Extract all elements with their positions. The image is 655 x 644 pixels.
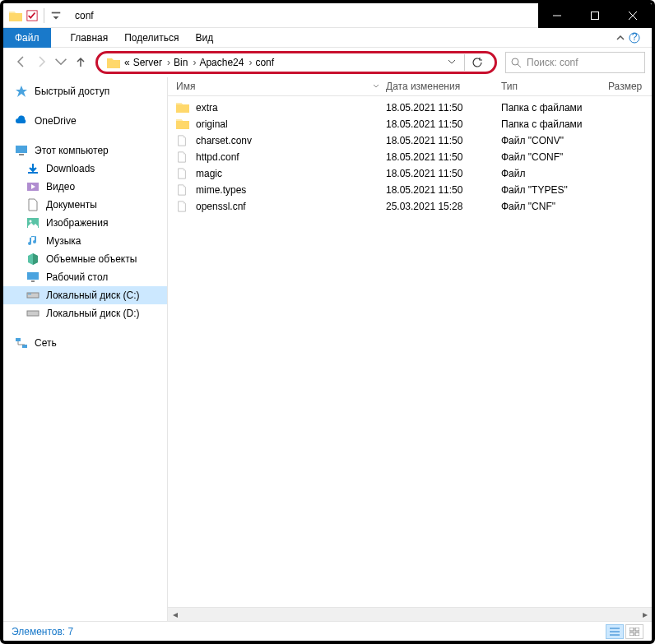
view-switcher: [606, 624, 643, 639]
statusbar: Элементов: 7: [3, 621, 652, 641]
computer-icon: [15, 144, 28, 157]
file-list[interactable]: extra18.05.2021 11:50Папка с файламиorig…: [168, 96, 652, 607]
svg-point-5: [512, 58, 518, 65]
sidebar-item-music[interactable]: Музыка: [3, 232, 167, 250]
up-button[interactable]: [74, 55, 87, 71]
ribbon-tabs: Файл Главная Поделиться Вид ?: [3, 28, 652, 48]
breadcrumb-item[interactable]: Apache24›: [199, 57, 252, 68]
checkbox-icon[interactable]: [25, 8, 39, 23]
file-row[interactable]: extra18.05.2021 11:50Папка с файлами: [176, 100, 643, 116]
maximize-button[interactable]: [576, 3, 614, 28]
refresh-button[interactable]: [464, 54, 490, 71]
file-row[interactable]: mime.types18.05.2021 11:50Файл "TYPES": [176, 182, 643, 198]
tab-view[interactable]: Вид: [195, 32, 213, 44]
sidebar-quick-access[interactable]: Быстрый доступ: [3, 82, 167, 100]
ribbon-toggle[interactable]: ?: [611, 30, 645, 45]
sidebar-item-documents[interactable]: Документы: [3, 196, 167, 214]
svg-rect-20: [629, 632, 634, 636]
file-row[interactable]: openssl.cnf25.03.2021 15:28Файл "CNF": [176, 198, 643, 215]
addressbar-highlight: « Server› Bin› Apache24› conf: [95, 51, 497, 74]
folder-icon: [106, 55, 121, 70]
file-type: Файл "CNF": [501, 201, 608, 212]
file-date: 18.05.2021 11:50: [386, 168, 501, 179]
qat-overflow-icon[interactable]: [49, 8, 63, 23]
sidebar-this-pc[interactable]: Этот компьютер: [3, 141, 167, 160]
file-row[interactable]: original18.05.2021 11:50Папка с файлами: [176, 116, 643, 132]
titlebar: conf: [3, 3, 652, 28]
sidebar-item-videos[interactable]: Видео: [3, 178, 167, 196]
svg-point-10: [30, 220, 32, 223]
svg-rect-15: [27, 311, 39, 316]
file-icon: [176, 151, 189, 164]
svg-rect-12: [31, 280, 35, 282]
minimize-button[interactable]: [538, 3, 576, 28]
file-row[interactable]: httpd.conf18.05.2021 11:50Файл "CONF": [176, 149, 643, 165]
scroll-left-icon[interactable]: ◂: [168, 608, 182, 622]
addressbar[interactable]: « Server› Bin› Apache24› conf: [103, 55, 439, 70]
file-type: Файл "TYPES": [501, 184, 608, 196]
file-date: 18.05.2021 11:50: [386, 184, 501, 196]
file-row[interactable]: charset.conv18.05.2021 11:50Файл "CONV": [176, 132, 643, 149]
sidebar-item-3d[interactable]: Объемные объекты: [3, 250, 167, 268]
icons-view-button[interactable]: [625, 624, 643, 639]
file-type: Файл "CONV": [501, 135, 608, 146]
file-icon: [176, 134, 189, 147]
details-view-button[interactable]: [606, 624, 624, 639]
window-title: conf: [75, 10, 94, 21]
sidebar-item-pictures[interactable]: Изображения: [3, 214, 167, 232]
svg-rect-13: [27, 293, 39, 298]
file-row[interactable]: magic18.05.2021 11:50Файл: [176, 165, 643, 182]
file-icon: [176, 200, 189, 213]
disk-icon: [26, 289, 39, 302]
status-item-count: Элементов: 7: [12, 626, 73, 637]
music-icon: [26, 234, 39, 248]
breadcrumb-item[interactable]: conf: [255, 57, 274, 68]
recent-dropdown[interactable]: [54, 55, 67, 71]
sidebar-item-downloads[interactable]: Downloads: [3, 160, 167, 178]
svg-rect-1: [52, 12, 61, 13]
file-list-pane: Имя Дата изменения Тип Размер extra18.05…: [168, 77, 652, 621]
file-menu[interactable]: Файл: [3, 28, 51, 48]
svg-rect-19: [635, 628, 639, 631]
breadcrumb-item[interactable]: Bin›: [174, 57, 196, 68]
disk-icon: [26, 307, 39, 320]
search-input[interactable]: Поиск: conf: [505, 52, 645, 73]
file-icon: [176, 167, 189, 180]
file-date: 18.05.2021 11:50: [386, 135, 501, 146]
sidebar-item-disk-c[interactable]: Локальный диск (C:): [3, 286, 167, 304]
file-icon: [176, 183, 189, 197]
tab-home[interactable]: Главная: [71, 32, 109, 44]
nav-arrows: [10, 55, 92, 71]
file-type: Файл: [501, 168, 608, 179]
folder-icon: [8, 8, 23, 23]
file-name: httpd.conf: [196, 151, 239, 163]
address-dropdown[interactable]: [443, 57, 461, 68]
svg-text:?: ?: [632, 32, 638, 43]
file-date: 18.05.2021 11:50: [386, 118, 501, 130]
file-name: mime.types: [196, 184, 246, 196]
sidebar-onedrive[interactable]: OneDrive: [3, 112, 167, 130]
sidebar-network[interactable]: Сеть: [3, 334, 167, 352]
horizontal-scrollbar[interactable]: ◂ ▸: [168, 607, 652, 621]
breadcrumb-item[interactable]: Server›: [133, 57, 170, 68]
scroll-right-icon[interactable]: ▸: [638, 608, 652, 622]
sidebar-item-desktop[interactable]: Рабочий стол: [3, 268, 167, 286]
column-date[interactable]: Дата изменения: [386, 81, 501, 92]
back-button[interactable]: [15, 55, 28, 71]
navigation-pane[interactable]: Быстрый доступ OneDrive Этот компьютер D…: [3, 77, 168, 621]
network-icon: [15, 336, 28, 350]
sort-indicator-icon: [373, 83, 379, 90]
column-type[interactable]: Тип: [501, 81, 608, 92]
file-type: Файл "CONF": [501, 151, 608, 163]
close-button[interactable]: [614, 3, 652, 28]
svg-rect-17: [22, 345, 27, 348]
forward-button[interactable]: [35, 55, 48, 71]
column-name[interactable]: Имя: [176, 81, 386, 92]
column-size[interactable]: Размер: [608, 81, 643, 92]
file-name: charset.conv: [196, 135, 252, 146]
content-area: Быстрый доступ OneDrive Этот компьютер D…: [3, 77, 652, 621]
tab-share[interactable]: Поделиться: [124, 32, 179, 44]
sidebar-item-disk-d[interactable]: Локальный диск (D:): [3, 304, 167, 322]
file-date: 25.03.2021 15:28: [386, 201, 501, 212]
breadcrumb-prefix[interactable]: «: [124, 57, 130, 68]
